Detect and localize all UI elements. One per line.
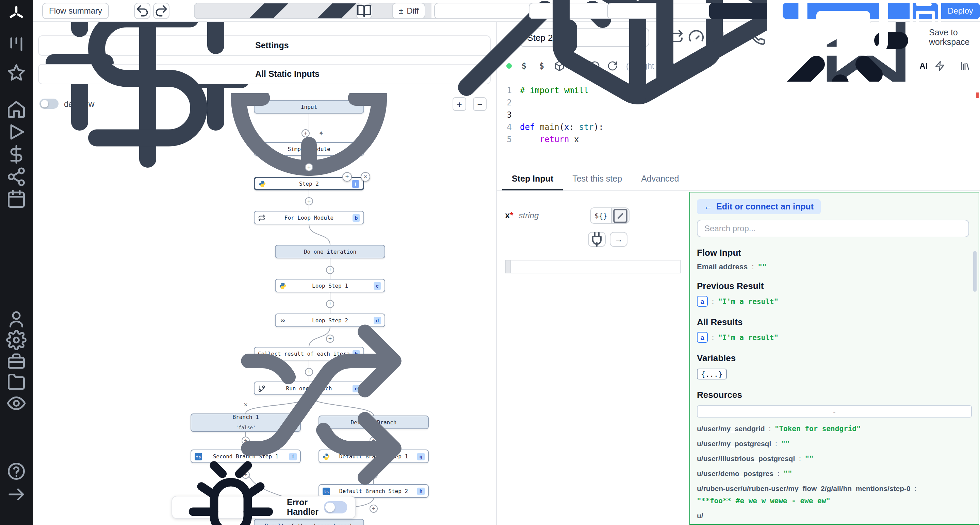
- variables-heading: Variables: [697, 353, 972, 363]
- folder-icon[interactable]: [5, 372, 27, 392]
- plug-icon: [589, 231, 605, 247]
- plug-button[interactable]: [588, 232, 606, 247]
- flow-summary-button[interactable]: Flow summary: [42, 3, 109, 19]
- tab-step-input[interactable]: Step Input: [502, 169, 563, 190]
- line-number: 5: [497, 133, 520, 146]
- sidebar-group-mid: [5, 99, 27, 209]
- bug-icon: [180, 457, 282, 525]
- docs-button[interactable]: [356, 3, 372, 19]
- gear-icon[interactable]: [5, 330, 27, 350]
- error-handler-toggle[interactable]: [324, 501, 347, 514]
- connect-panel-scrollbar[interactable]: [973, 251, 977, 292]
- prop-search-input[interactable]: [697, 220, 969, 237]
- save-icon: [789, 0, 897, 65]
- ai-insert-icon[interactable]: ✦: [318, 130, 324, 137]
- flow-input-heading: Flow Input: [697, 247, 972, 258]
- argument-value-input[interactable]: [505, 260, 681, 273]
- flow-input-item[interactable]: Email address:"": [697, 262, 972, 271]
- resource-item[interactable]: u/user/demo_postgres : "": [697, 469, 972, 477]
- flow-canvas[interactable]: Input tsSimple modulea Step 2i For Loop …: [33, 93, 496, 525]
- star-icon[interactable]: [5, 63, 27, 83]
- expression-mode-button[interactable]: ${}: [591, 208, 611, 223]
- repeat-icon: [258, 214, 266, 221]
- step-input-area: x* string ${} → ← Edit or connect an inp…: [497, 191, 980, 525]
- editor-overview-mark: [976, 92, 978, 98]
- deploy-button[interactable]: Deploy: [900, 3, 980, 19]
- deploy-icon: [907, 0, 944, 30]
- insert-step-button[interactable]: +: [301, 129, 310, 137]
- argument-row: x* string: [505, 210, 539, 220]
- redo-button[interactable]: [153, 3, 169, 19]
- topbar: Flow summary Path ± Diff AI Flow Builder…: [33, 0, 980, 22]
- undo-button[interactable]: [134, 3, 150, 19]
- insert-step-button[interactable]: +: [326, 266, 334, 274]
- input-mode-toggle: ${}: [590, 208, 630, 224]
- calendar-icon[interactable]: [5, 189, 27, 209]
- previous-result-heading: Previous Result: [697, 281, 972, 291]
- step-id-badge: b: [353, 214, 360, 221]
- flow-node-for-loop[interactable]: For Loop Moduleb: [254, 211, 364, 224]
- home-icon[interactable]: [5, 99, 27, 120]
- share-icon[interactable]: [5, 167, 27, 187]
- tab-advanced[interactable]: Advanced: [632, 169, 688, 190]
- diff-button[interactable]: ± Diff: [392, 3, 426, 19]
- resources-heading: Resources: [697, 390, 972, 400]
- error-handler-label: Error Handler: [287, 498, 318, 517]
- insert-step-button[interactable]: +: [305, 163, 313, 171]
- resources-filter[interactable]: -: [697, 405, 972, 417]
- node-delete-button[interactable]: ×: [361, 172, 370, 182]
- all-static-inputs-card[interactable]: All Static Inputs: [38, 64, 491, 84]
- format-icon[interactable]: [934, 60, 945, 71]
- step-id-badge: h: [417, 487, 425, 495]
- arrow-right-icon[interactable]: [5, 484, 27, 504]
- save-to-workspace-label: Save to workspace: [929, 28, 970, 47]
- dataflow-toggle[interactable]: [40, 98, 59, 109]
- insert-step-button[interactable]: +: [305, 197, 313, 205]
- flow-panel: Settings All Static Inputs Inpu: [33, 22, 497, 525]
- deploy-label: Deploy: [948, 6, 973, 16]
- flow-trigger-icon[interactable]: [215, 93, 402, 192]
- result-item[interactable]: a:"I'm a result": [697, 296, 972, 307]
- ai-label: AI: [920, 61, 928, 71]
- flow-input-list: Email address:"": [697, 262, 972, 271]
- windmill-logo[interactable]: [8, 5, 24, 22]
- flow-node-loop-step-1[interactable]: Loop Step 1c: [275, 279, 385, 292]
- kanban-icon[interactable]: [5, 34, 27, 54]
- all-results-heading: All Results: [697, 317, 972, 327]
- resource-item[interactable]: u/user/illustrious_postgresql : "": [697, 454, 972, 462]
- raw-mode-button[interactable]: [611, 208, 629, 223]
- code-line: 4def main(x: str):: [497, 121, 980, 133]
- windmill-flow-editor: Flow summary Path ± Diff AI Flow Builder…: [0, 0, 980, 525]
- resource-item[interactable]: u/user/my_postgresql : "": [697, 439, 972, 447]
- user-icon[interactable]: [5, 309, 27, 329]
- toolbox-icon[interactable]: [5, 351, 27, 371]
- resource-item[interactable]: u/: [697, 511, 972, 520]
- sidebar: [0, 0, 33, 525]
- edit-or-connect-button[interactable]: ← Edit or connect an input: [697, 199, 821, 214]
- connect-buttons: →: [588, 232, 627, 247]
- sidebar-group-top: [5, 34, 27, 83]
- apply-arrow-button[interactable]: →: [610, 232, 627, 247]
- insert-step-button[interactable]: +: [369, 504, 378, 513]
- resource-item[interactable]: u/ruben-user/u/ruben-user/my_flow_2/g/al…: [697, 484, 972, 504]
- python-icon: [279, 282, 286, 289]
- resource-item[interactable]: u/user/my_sendgrid : "Token for sendgrid…: [697, 424, 972, 433]
- eye-icon[interactable]: [5, 393, 27, 414]
- tab-test-this-step[interactable]: Test this step: [563, 169, 632, 190]
- insert-step-button[interactable]: +: [326, 300, 334, 308]
- error-handler-bar: Error Handler: [172, 496, 356, 519]
- step-id-badge: c: [374, 282, 381, 289]
- variables-chip[interactable]: {...}: [697, 369, 727, 379]
- dollar-icon[interactable]: [5, 144, 27, 165]
- flow-node-do-one-iteration[interactable]: Do one iteration: [275, 245, 385, 259]
- previous-result-list: a:"I'm a result": [697, 296, 972, 307]
- library-panel-icon[interactable]: [959, 60, 970, 71]
- undo-icon: [135, 3, 150, 18]
- code-line: 5 return x: [497, 133, 980, 146]
- help-icon[interactable]: [5, 461, 27, 482]
- node-insert-above-button[interactable]: +: [342, 172, 352, 182]
- result-item[interactable]: a:"I'm a result": [697, 332, 972, 343]
- all-results-list: a:"I'm a result": [697, 332, 972, 343]
- play-icon[interactable]: [5, 122, 27, 142]
- dataflow-label: dataflow: [64, 99, 94, 108]
